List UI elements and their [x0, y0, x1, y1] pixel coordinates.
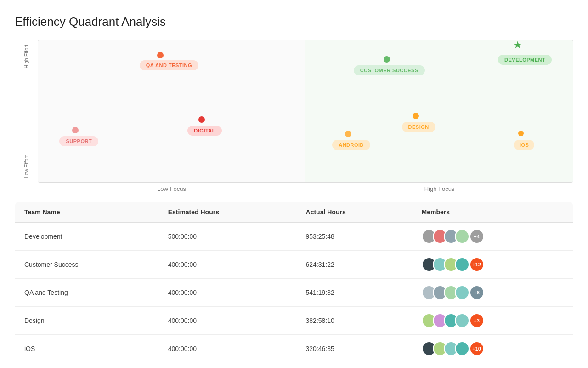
cell-members: +4 [413, 223, 573, 251]
bubble-customer-success: CUSTOMER SUCCESS [354, 65, 425, 75]
quadrant-bl: SUPPORT DIGITAL [38, 111, 305, 182]
avatar [455, 341, 469, 356]
avatar [455, 313, 469, 328]
support-dot [72, 127, 79, 133]
avatar [455, 285, 469, 300]
digital-dot [198, 116, 205, 123]
ios-dot [518, 131, 524, 136]
cell-members: +10 [413, 335, 573, 363]
col-header-actual: Actual Hours [297, 202, 413, 223]
y-axis-bottom: Low Effort [23, 155, 29, 178]
avatar-count: +10 [469, 341, 484, 356]
avatar [455, 229, 469, 244]
avatar-count: +8 [469, 285, 484, 300]
bubble-digital: DIGITAL [187, 126, 222, 136]
cell-team: Customer Success [15, 251, 159, 279]
bubble-design: DESIGN [402, 122, 435, 132]
bubble-development: ★ DEVELOPMENT [498, 55, 552, 65]
bubble-qa-testing: QA AND TESTING [140, 60, 198, 70]
customer-success-label: CUSTOMER SUCCESS [354, 65, 425, 75]
cell-estimated: 500:00:00 [159, 223, 297, 251]
design-label: DESIGN [402, 122, 435, 132]
x-axis-left: Low Focus [38, 183, 305, 192]
design-dot [413, 113, 419, 119]
col-header-estimated: Estimated Hours [159, 202, 297, 223]
cell-actual: 624:31:22 [297, 251, 413, 279]
cell-actual: 382:58:10 [297, 307, 413, 335]
android-dot [345, 131, 351, 137]
bubble-ios: IOS [514, 140, 534, 150]
android-label: ANDROID [332, 140, 370, 150]
cell-team: QA and Testing [15, 279, 159, 307]
cell-estimated: 400:00:00 [159, 307, 297, 335]
table-row: Customer Success400:00:00624:31:22+12 [15, 251, 573, 279]
x-axis-right: High Focus [305, 183, 573, 192]
cell-members: +3 [413, 307, 573, 335]
cell-estimated: 400:00:00 [159, 335, 297, 363]
avatar-count: +4 [469, 229, 484, 244]
cell-estimated: 400:00:00 [159, 279, 297, 307]
ios-label: IOS [514, 140, 534, 150]
y-axis: High Effort Low Effort [15, 40, 38, 183]
cell-estimated: 400:00:00 [159, 251, 297, 279]
cell-actual: 953:25:48 [297, 223, 413, 251]
x-axis: Low Focus High Focus [38, 183, 573, 192]
table-row: QA and Testing400:00:00541:19:32+8 [15, 279, 573, 307]
quadrant-br: ANDROID DESIGN IOS [305, 111, 573, 182]
table-row: Development500:00:00953:25:48+4 [15, 223, 573, 251]
qa-testing-dot [157, 52, 164, 58]
cell-team: iOS [15, 335, 159, 363]
development-label: DEVELOPMENT [498, 55, 552, 65]
cell-team: Design [15, 307, 159, 335]
table-row: Design400:00:00382:58:10+3 [15, 307, 573, 335]
star-icon: ★ [513, 40, 522, 51]
col-header-members: Members [413, 202, 573, 223]
cell-actual: 320:46:35 [297, 335, 413, 363]
table-row: iOS400:00:00320:46:35+10 [15, 335, 573, 363]
bubble-android: ANDROID [332, 140, 370, 150]
support-label: SUPPORT [59, 136, 98, 146]
digital-label: DIGITAL [187, 126, 222, 136]
cell-team: Development [15, 223, 159, 251]
cell-actual: 541:19:32 [297, 279, 413, 307]
quadrant-tr: CUSTOMER SUCCESS ★ DEVELOPMENT [305, 40, 573, 111]
page-title: Efficiency Quadrant Analysis [15, 15, 573, 29]
cell-members: +8 [413, 279, 573, 307]
qa-testing-label: QA AND TESTING [140, 60, 198, 70]
avatar-count: +3 [469, 313, 484, 328]
col-header-team: Team Name [15, 202, 159, 223]
quadrant-tl: QA AND TESTING [38, 40, 305, 111]
avatar [455, 257, 469, 272]
y-axis-top: High Effort [23, 45, 29, 69]
avatar-count: +12 [469, 257, 484, 272]
data-table: Team Name Estimated Hours Actual Hours M… [15, 201, 573, 363]
cell-members: +12 [413, 251, 573, 279]
bubble-support: SUPPORT [59, 136, 98, 146]
customer-success-dot [384, 56, 390, 63]
